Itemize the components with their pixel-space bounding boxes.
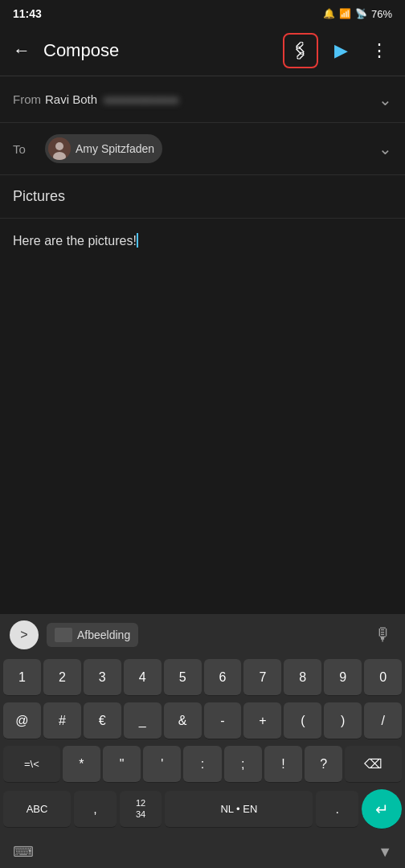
chevron-right-icon: > xyxy=(20,628,27,642)
from-value: Ravi Both ●●●●●●●●●●● xyxy=(45,92,378,106)
compose-area: From Ravi Both ●●●●●●●●●●● ⌄ To Amy Spit… xyxy=(0,76,405,614)
bottom-bar: ⌨ ▼ xyxy=(0,836,405,868)
battery-text: 76% xyxy=(371,8,392,20)
backspace-icon: ⌫ xyxy=(364,756,382,772)
image-label: Afbeelding xyxy=(77,628,130,641)
attach-icon: 🖇 xyxy=(287,37,314,64)
key-8[interactable]: 8 xyxy=(284,659,321,696)
key-0[interactable]: 0 xyxy=(364,659,402,696)
enter-icon: ↵ xyxy=(375,800,389,819)
app-bar-actions: 🖇 ▶ ⋮ xyxy=(283,33,395,68)
signal-icon: 📡 xyxy=(355,8,367,19)
back-icon: ← xyxy=(13,40,31,60)
bottom-row: ABC , 1234 NL • EN . ↵ xyxy=(0,786,405,836)
recipient-chip[interactable]: Amy Spitzfaden xyxy=(45,134,162,163)
keyboard-toolbar: > Afbeelding 🎙 xyxy=(0,614,405,656)
back-button[interactable]: ← xyxy=(10,37,34,64)
avatar xyxy=(48,137,71,160)
from-email-blurred: ●●●●●●●●●●● xyxy=(100,93,178,106)
from-row: From Ravi Both ●●●●●●●●●●● ⌄ xyxy=(0,76,405,123)
hide-keyboard-icon[interactable]: ▼ xyxy=(378,844,392,861)
alarm-icon: 🔔 xyxy=(323,8,335,19)
send-button[interactable]: ▶ xyxy=(325,35,357,67)
status-time: 11:43 xyxy=(13,7,42,20)
key-question[interactable]: ? xyxy=(305,746,342,783)
attach-button[interactable]: 🖇 xyxy=(283,33,318,68)
keyboard-switcher-icon[interactable]: ⌨ xyxy=(13,843,34,861)
page-title: Compose xyxy=(43,40,273,61)
send-icon: ▶ xyxy=(334,40,348,61)
key-more-symbols[interactable]: =\< xyxy=(3,746,60,783)
mic-icon: 🎙 xyxy=(374,624,392,645)
symbol-row-1: @ # € _ & - + ( ) / xyxy=(0,699,405,743)
key-semicolon[interactable]: ; xyxy=(224,746,262,783)
key-open-paren[interactable]: ( xyxy=(284,702,321,739)
from-name: Ravi Both xyxy=(45,92,97,106)
key-close-paren[interactable]: ) xyxy=(324,702,362,739)
more-icon: ⋮ xyxy=(370,40,388,61)
symbol-row-2: =\< * " ' : ; ! ? ⌫ xyxy=(0,743,405,786)
key-euro[interactable]: € xyxy=(84,702,121,739)
keyboard: > Afbeelding 🎙 1 2 3 4 5 6 7 8 9 0 @ # €… xyxy=(0,614,405,868)
body-text-content: Here are the pictures! xyxy=(13,234,137,248)
key-single-quote[interactable]: ' xyxy=(143,746,181,783)
mic-button[interactable]: 🎙 xyxy=(371,621,395,649)
key-backspace[interactable]: ⌫ xyxy=(345,746,402,783)
key-comma[interactable]: , xyxy=(74,791,117,828)
key-underscore[interactable]: _ xyxy=(124,702,162,739)
to-expand-icon[interactable]: ⌄ xyxy=(378,139,392,158)
key-3[interactable]: 3 xyxy=(84,659,121,696)
wifi-icon: 📶 xyxy=(339,8,351,19)
text-cursor xyxy=(137,233,138,248)
more-options-button[interactable]: ⋮ xyxy=(363,35,395,67)
key-9[interactable]: 9 xyxy=(324,659,362,696)
svg-point-1 xyxy=(55,142,63,150)
key-num-layout[interactable]: 1234 xyxy=(120,791,162,828)
key-5[interactable]: 5 xyxy=(164,659,202,696)
body-field: Here are the pictures! xyxy=(13,234,138,248)
key-abc[interactable]: ABC xyxy=(3,791,71,828)
from-expand-icon[interactable]: ⌄ xyxy=(378,90,392,109)
subject-row[interactable]: Pictures xyxy=(0,175,405,219)
number-row: 1 2 3 4 5 6 7 8 9 0 xyxy=(0,656,405,699)
status-icons: 🔔 📶 📡 76% xyxy=(323,8,392,20)
key-exclaim[interactable]: ! xyxy=(264,746,302,783)
key-enter[interactable]: ↵ xyxy=(362,789,402,829)
keyboard-toolbar-left: > Afbeelding xyxy=(10,620,138,649)
from-label: From xyxy=(13,92,45,106)
key-1[interactable]: 1 xyxy=(3,659,41,696)
to-row: To Amy Spitzfaden ⌄ xyxy=(0,123,405,175)
key-2[interactable]: 2 xyxy=(43,659,81,696)
key-7[interactable]: 7 xyxy=(243,659,281,696)
to-label: To xyxy=(13,142,45,156)
key-4[interactable]: 4 xyxy=(124,659,162,696)
key-space[interactable]: NL • EN xyxy=(165,791,313,828)
key-ampersand[interactable]: & xyxy=(164,702,202,739)
key-at[interactable]: @ xyxy=(3,702,41,739)
key-asterisk[interactable]: * xyxy=(63,746,100,783)
key-hash[interactable]: # xyxy=(43,702,81,739)
to-recipients: Amy Spitzfaden xyxy=(45,134,378,163)
key-period[interactable]: . xyxy=(316,791,358,828)
key-double-quote[interactable]: " xyxy=(103,746,141,783)
subject-field: Pictures xyxy=(13,188,65,204)
body-row[interactable]: Here are the pictures! xyxy=(0,219,405,614)
key-minus[interactable]: - xyxy=(204,702,242,739)
key-colon[interactable]: : xyxy=(183,746,221,783)
key-6[interactable]: 6 xyxy=(204,659,242,696)
app-bar: ← Compose 🖇 ▶ ⋮ xyxy=(0,26,405,76)
status-bar: 11:43 🔔 📶 📡 76% xyxy=(0,0,405,26)
image-suggestion-button[interactable]: Afbeelding xyxy=(47,623,138,647)
key-slash[interactable]: / xyxy=(364,702,402,739)
key-plus[interactable]: + xyxy=(243,702,281,739)
keyboard-expand-button[interactable]: > xyxy=(10,620,39,649)
recipient-name: Amy Spitzfaden xyxy=(76,142,154,155)
image-thumbnail xyxy=(55,628,72,642)
